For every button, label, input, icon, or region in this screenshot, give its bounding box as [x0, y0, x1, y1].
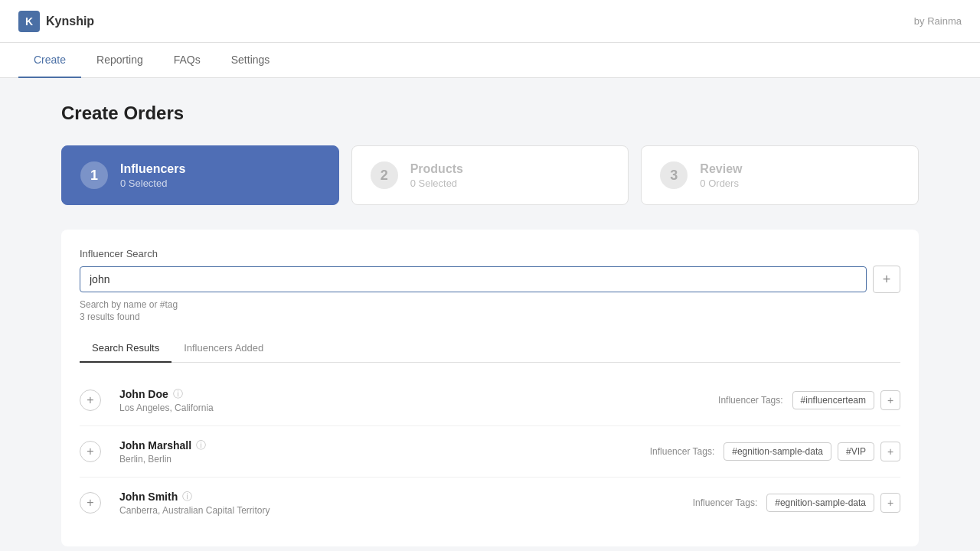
influencer-location-3: Canberra, Australian Capital Territory [119, 505, 693, 516]
header: K Kynship by Rainma [0, 0, 980, 43]
nav-tab-create[interactable]: Create [18, 43, 81, 78]
page-title: Create Orders [61, 103, 919, 124]
main-content: Create Orders 1 Influencers 0 Selected 2… [0, 78, 980, 551]
search-section: Influencer Search + Search by name or #t… [61, 230, 919, 546]
info-icon-2[interactable]: ⓘ [196, 439, 206, 452]
add-influencer-button-1[interactable]: + [80, 390, 101, 411]
info-icon-1[interactable]: ⓘ [173, 387, 183, 401]
tag-add-button-3[interactable]: + [880, 493, 900, 513]
influencer-name-3: John Smith [119, 491, 178, 503]
step-number-1: 1 [80, 161, 108, 189]
step-sub-1: 0 Selected [120, 178, 185, 189]
influencer-name-row-1: John Doe ⓘ [119, 387, 718, 401]
step-name-3: Review [700, 162, 742, 176]
info-icon-3[interactable]: ⓘ [182, 490, 192, 504]
logo-icon: K [18, 11, 40, 32]
influencer-info-1: John Doe ⓘ Los Angeles, California [119, 387, 718, 413]
search-label: Influencer Search [80, 248, 900, 259]
step-name-1: Influencers [120, 162, 185, 176]
step-info-2: Products 0 Selected [410, 162, 463, 189]
step-sub-3: 0 Orders [700, 178, 742, 189]
step-card-review[interactable]: 3 Review 0 Orders [641, 145, 919, 205]
influencer-name-2: John Marshall [119, 439, 191, 452]
step-card-products[interactable]: 2 Products 0 Selected [351, 145, 629, 205]
influencer-info-3: John Smith ⓘ Canberra, Australian Capita… [119, 490, 693, 516]
influencer-list: + John Doe ⓘ Los Angeles, California Inf… [80, 375, 900, 528]
tags-label-2: Influencer Tags: [650, 446, 715, 457]
influencer-info-2: John Marshall ⓘ Berlin, Berlin [119, 439, 650, 465]
table-row: + John Marshall ⓘ Berlin, Berlin Influen… [80, 426, 900, 478]
tags-section-3: Influencer Tags: #egnition-sample-data + [693, 493, 900, 513]
tag-badge-3-0: #egnition-sample-data [766, 494, 874, 512]
tag-add-button-2[interactable]: + [880, 442, 900, 461]
tag-badge-2-1: #VIP [838, 442, 874, 461]
step-sub-2: 0 Selected [410, 178, 463, 189]
search-input[interactable] [80, 266, 867, 292]
app-name: Kynship [46, 15, 94, 28]
step-info-3: Review 0 Orders [700, 162, 742, 189]
search-add-button[interactable]: + [873, 266, 900, 293]
logo-area: K Kynship [18, 11, 94, 32]
influencer-location-2: Berlin, Berlin [119, 454, 650, 465]
steps-row: 1 Influencers 0 Selected 2 Products 0 Se… [61, 145, 919, 205]
inner-tab-influencers-added[interactable]: Influencers Added [172, 334, 276, 363]
inner-tabs: Search Results Influencers Added [80, 334, 900, 363]
nav-tab-settings[interactable]: Settings [216, 43, 286, 78]
tags-label-3: Influencer Tags: [693, 497, 758, 508]
influencer-name-1: John Doe [119, 388, 168, 400]
search-results-count: 3 results found [80, 311, 900, 322]
nav-tab-faqs[interactable]: FAQs [158, 43, 216, 78]
table-row: + John Doe ⓘ Los Angeles, California Inf… [80, 375, 900, 426]
influencer-name-row-3: John Smith ⓘ [119, 490, 693, 504]
step-card-influencers[interactable]: 1 Influencers 0 Selected [61, 145, 339, 205]
step-number-2: 2 [371, 161, 398, 189]
tag-badge-2-0: #egnition-sample-data [724, 442, 831, 461]
influencer-name-row-2: John Marshall ⓘ [119, 439, 650, 452]
tag-badge-1-0: #influencerteam [792, 391, 874, 409]
inner-tab-search-results[interactable]: Search Results [80, 334, 172, 363]
influencer-location-1: Los Angeles, California [119, 403, 718, 413]
tags-section-1: Influencer Tags: #influencerteam + [718, 390, 900, 410]
nav-tab-reporting[interactable]: Reporting [81, 43, 158, 78]
add-influencer-button-2[interactable]: + [80, 441, 101, 462]
tag-add-button-1[interactable]: + [880, 390, 900, 410]
search-hint: Search by name or #tag [80, 299, 900, 310]
step-number-3: 3 [660, 161, 688, 189]
by-text: by Rainma [914, 15, 962, 27]
step-info-1: Influencers 0 Selected [120, 162, 185, 189]
add-influencer-button-3[interactable]: + [80, 492, 101, 514]
tags-label-1: Influencer Tags: [718, 395, 783, 406]
search-row: + [80, 266, 900, 293]
nav-tabs: Create Reporting FAQs Settings [0, 43, 980, 78]
table-row: + John Smith ⓘ Canberra, Australian Capi… [80, 478, 900, 528]
tags-section-2: Influencer Tags: #egnition-sample-data #… [650, 442, 900, 461]
step-name-2: Products [410, 162, 463, 176]
